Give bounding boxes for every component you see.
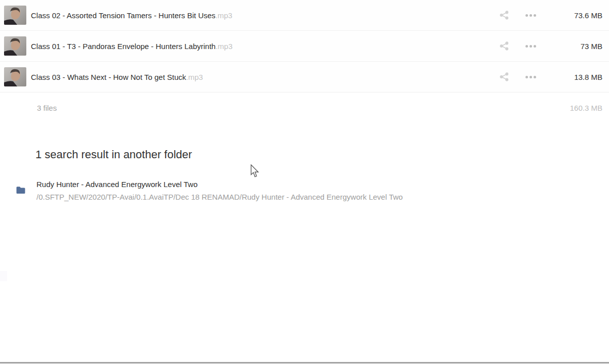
more-options-icon[interactable] [524,40,537,52]
file-size: 13.8 MB [542,73,602,81]
file-basename: Class 03 - Whats Next - How Not To get S… [31,73,186,81]
folder-icon [16,186,25,196]
search-result-folder[interactable]: Rudy Hunter - Advanced Energywork Level … [16,178,609,203]
total-size: 160.3 MB [570,104,602,112]
window-bottom-edge [0,362,609,363]
file-basename: Class 01 - T3 - Pandoras Envelope - Hunt… [31,42,216,51]
file-row[interactable]: Class 03 - Whats Next - How Not To get S… [0,62,609,93]
file-count: 3 files [37,104,570,112]
file-thumbnail [4,67,26,86]
result-folder-name[interactable]: Rudy Hunter - Advanced Energywork Level … [36,178,403,191]
person-photo-icon [4,6,26,25]
file-row[interactable]: Class 01 - T3 - Pandoras Envelope - Hunt… [0,31,609,62]
file-size: 73.6 MB [542,11,602,20]
file-extension: .mp3 [216,11,232,20]
person-photo-icon [4,67,26,86]
search-result-text: Rudy Hunter - Advanced Energywork Level … [36,178,403,203]
file-basename: Class 02 - Assorted Tension Tamers - Hun… [31,11,216,20]
share-icon[interactable] [498,71,510,83]
more-options-icon[interactable] [524,71,537,83]
file-extension: .mp3 [186,73,203,81]
file-name[interactable]: Class 02 - Assorted Tension Tamers - Hun… [31,11,498,20]
search-results-heading: 1 search result in another folder [35,147,609,163]
file-thumbnail [4,36,26,56]
list-summary: 3 files 160.3 MB [0,93,609,123]
scrollbar-artifact [0,271,7,281]
share-icon[interactable] [498,9,510,21]
result-folder-path: /0.SFTP_NEW/2020/TP-Avai/0.1.AvaiTP/Dec … [36,191,403,203]
file-name[interactable]: Class 03 - Whats Next - How Not To get S… [31,73,498,81]
file-list: Class 02 - Assorted Tension Tamers - Hun… [0,0,609,93]
file-size: 73 MB [542,42,602,51]
person-photo-icon [4,36,26,56]
share-icon[interactable] [498,40,510,52]
file-row[interactable]: Class 02 - Assorted Tension Tamers - Hun… [0,0,609,31]
file-thumbnail [4,6,26,25]
more-options-icon[interactable] [524,9,537,21]
file-name[interactable]: Class 01 - T3 - Pandoras Envelope - Hunt… [31,42,498,51]
file-extension: .mp3 [216,42,232,51]
